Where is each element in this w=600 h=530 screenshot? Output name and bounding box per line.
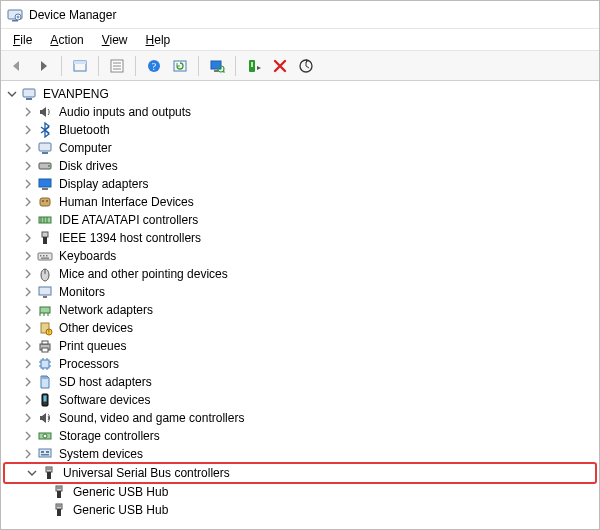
tree-device-label: Generic USB Hub — [71, 483, 170, 501]
svg-rect-19 — [23, 89, 35, 97]
tree-category: Display adapters — [3, 175, 597, 193]
tree-category: System devices — [3, 445, 597, 463]
scan-hardware-button[interactable] — [205, 54, 229, 78]
device-tree[interactable]: EVANPENG Audio inputs and outputsBluetoo… — [1, 81, 599, 529]
svg-rect-55 — [41, 360, 49, 368]
svg-rect-21 — [39, 143, 51, 151]
expander-icon[interactable] — [21, 321, 35, 335]
expander-icon[interactable] — [21, 267, 35, 281]
tree-category-row[interactable]: Disk drives — [3, 157, 597, 175]
expander-icon[interactable] — [21, 429, 35, 443]
uninstall-icon — [272, 58, 288, 74]
expander-icon[interactable] — [21, 393, 35, 407]
svg-rect-34 — [42, 232, 48, 237]
svg-line-15 — [223, 71, 225, 73]
tree-device-label: Generic USB Hub — [71, 501, 170, 519]
expander-icon[interactable] — [21, 123, 35, 137]
update-driver-icon — [298, 58, 314, 74]
menu-help[interactable]: Help — [138, 31, 179, 49]
expander-icon[interactable] — [21, 231, 35, 245]
tree-category-row[interactable]: Audio inputs and outputs — [3, 103, 597, 121]
expander-icon[interactable] — [21, 447, 35, 461]
tree-category-row[interactable]: Computer — [3, 139, 597, 157]
usb-children: Generic USB HubGeneric USB Hub — [3, 483, 597, 519]
tree-category-row[interactable]: Human Interface Devices — [3, 193, 597, 211]
expander-icon[interactable] — [21, 375, 35, 389]
bluetooth-icon — [37, 122, 53, 138]
show-hidden-button[interactable] — [68, 54, 92, 78]
svg-rect-54 — [42, 348, 48, 352]
svg-rect-35 — [43, 237, 47, 244]
refresh-button[interactable] — [168, 54, 192, 78]
uninstall-button[interactable] — [268, 54, 292, 78]
menu-view[interactable]: View — [94, 31, 136, 49]
expander-icon[interactable] — [21, 195, 35, 209]
refresh-icon — [172, 58, 188, 74]
expander-icon[interactable] — [21, 249, 35, 263]
expander-icon[interactable] — [21, 411, 35, 425]
tree-category: Bluetooth — [3, 121, 597, 139]
update-driver-button[interactable] — [294, 54, 318, 78]
svg-rect-86 — [60, 505, 61, 507]
tree-category-label: Network adapters — [57, 301, 155, 319]
tree-category-usb: Universal Serial Bus controllers — [3, 462, 597, 484]
expander-icon[interactable] — [21, 177, 35, 191]
expander-icon[interactable] — [21, 213, 35, 227]
tree-category-row[interactable]: Monitors — [3, 283, 597, 301]
expander-icon[interactable] — [21, 159, 35, 173]
svg-text:?: ? — [152, 61, 157, 72]
tree-category-row[interactable]: Bluetooth — [3, 121, 597, 139]
forward-button[interactable] — [31, 54, 55, 78]
menu-file[interactable]: File — [5, 31, 40, 49]
tree-category-row[interactable]: Display adapters — [3, 175, 597, 193]
tree-category: IDE ATA/ATAPI controllers — [3, 211, 597, 229]
expander-icon[interactable] — [21, 339, 35, 353]
expander-icon[interactable] — [5, 87, 19, 101]
tree-category-row[interactable]: !Other devices — [3, 319, 597, 337]
processor-icon — [37, 356, 53, 372]
usb-icon — [51, 484, 67, 500]
expander-icon[interactable] — [21, 357, 35, 371]
tree-category-row[interactable]: Processors — [3, 355, 597, 373]
menu-action[interactable]: Action — [42, 31, 91, 49]
tree-category-label: Storage controllers — [57, 427, 162, 445]
menubar: File Action View Help — [1, 29, 599, 51]
tree-category-label: Audio inputs and outputs — [57, 103, 193, 121]
tree-root-row[interactable]: EVANPENG — [3, 85, 597, 103]
tree-category-row[interactable]: Storage controllers — [3, 427, 597, 445]
tree-category-row[interactable]: Print queues — [3, 337, 597, 355]
tree-category-row[interactable]: Sound, video and game controllers — [3, 409, 597, 427]
tree-category-row[interactable]: IEEE 1394 host controllers — [3, 229, 597, 247]
tree-category-label: Human Interface Devices — [57, 193, 196, 211]
tree-category-row[interactable]: Universal Serial Bus controllers — [7, 464, 593, 482]
svg-rect-44 — [43, 296, 47, 298]
tree-category-row[interactable]: IDE ATA/ATAPI controllers — [3, 211, 597, 229]
expander-icon[interactable] — [21, 285, 35, 299]
tree-device-row[interactable]: Generic USB Hub — [3, 501, 597, 519]
expander-icon[interactable] — [21, 105, 35, 119]
add-legacy-button[interactable] — [242, 54, 266, 78]
expander-icon[interactable] — [21, 303, 35, 317]
tree-category-label: Bluetooth — [57, 121, 112, 139]
tree-category-row[interactable]: SD host adapters — [3, 373, 597, 391]
tree-category-label: Display adapters — [57, 175, 150, 193]
properties-button[interactable] — [105, 54, 129, 78]
back-button[interactable] — [5, 54, 29, 78]
device-manager-window: Device Manager File Action View Help ? — [0, 0, 600, 530]
tree-category-row[interactable]: Network adapters — [3, 301, 597, 319]
tree-device-row[interactable]: Generic USB Hub — [3, 483, 597, 501]
tree-category-row[interactable]: Software devices — [3, 391, 597, 409]
svg-point-70 — [43, 434, 47, 438]
tree-category: Sound, video and game controllers — [3, 409, 597, 427]
firewire-icon — [37, 230, 53, 246]
svg-rect-20 — [26, 98, 32, 100]
svg-rect-81 — [58, 487, 59, 489]
expander-icon[interactable] — [21, 141, 35, 155]
tree-category-row[interactable]: System devices — [3, 445, 597, 463]
tree-category: Disk drives — [3, 157, 597, 175]
tree-category-label: Print queues — [57, 337, 128, 355]
expander-icon[interactable] — [25, 466, 39, 480]
help-button[interactable]: ? — [142, 54, 166, 78]
tree-category-row[interactable]: Keyboards — [3, 247, 597, 265]
tree-category-row[interactable]: Mice and other pointing devices — [3, 265, 597, 283]
